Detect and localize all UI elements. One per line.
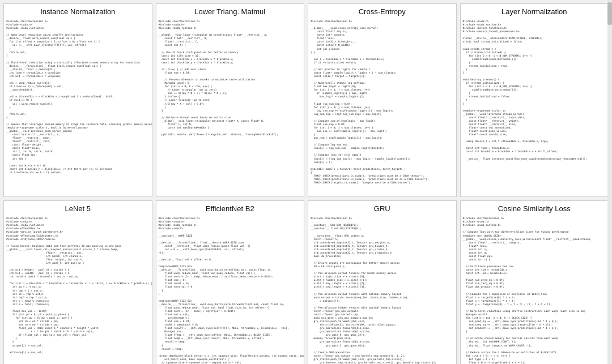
card-code-layer-normalization: #include <cuda.h> #include <cuda_runtime… — [461, 18, 609, 196]
card-title-lenet5: LeNet 5 — [4, 201, 152, 215]
card-cross-entropy: Cross-Entropy#include <torchExtension.h>… — [308, 3, 457, 197]
main-container: Instance Normalization#include <torchExt… — [0, 0, 612, 364]
card-title-instance-normalization: Instance Normalization — [4, 4, 152, 18]
card-lenet5: LeNet 5#include <torchExtension.h> #incl… — [3, 200, 152, 364]
card-gru: GRU#include <torchExtension.h> __constan… — [308, 200, 457, 364]
card-title-efficientnet-b2: EfficientNet B2 — [156, 201, 304, 215]
card-efficientnet-b2: EfficientNet B2#include <torchExtension.… — [156, 200, 305, 364]
card-title-layer-normalization: Layer Normalization — [461, 4, 609, 18]
scrollbar-thumb[interactable] — [607, 2, 612, 25]
cards-grid: Instance Normalization#include <torchExt… — [0, 0, 612, 364]
card-instance-normalization: Instance Normalization#include <torchExt… — [3, 3, 152, 197]
card-code-cosine-similarity-loss: #include <torchExtension.h> #include <cu… — [461, 215, 609, 364]
card-lower-triang-matmul: Lower Triang. Matmul#include <torchExten… — [156, 3, 305, 197]
card-title-cosine-similarity-loss: Cosine Similarity Loss — [461, 201, 609, 215]
card-title-lower-triang-matmul: Lower Triang. Matmul — [156, 4, 304, 18]
card-code-cross-entropy: #include <torchExtension.h> __global__ _… — [308, 18, 456, 196]
card-layer-normalization: Layer Normalization#include <cuda.h> #in… — [460, 3, 609, 197]
card-code-efficientnet-b2: #include <torchExtension.h> #include <cu… — [156, 215, 304, 364]
card-code-lower-triang-matmul: #include <torchExtension.h> #include <cu… — [156, 18, 304, 196]
card-code-instance-normalization: #include <torchExtension.h> #include <cu… — [4, 18, 152, 196]
card-code-gru: #include <torchExtension.h> __constant__… — [308, 215, 456, 364]
scrollbar-track[interactable] — [607, 0, 612, 364]
card-title-cross-entropy: Cross-Entropy — [308, 4, 456, 18]
card-title-gru: GRU — [308, 201, 456, 215]
card-code-lenet5: #include <torchExtension.h> #include <cu… — [4, 215, 152, 364]
card-cosine-similarity-loss: Cosine Similarity Loss#include <torchExt… — [460, 200, 609, 364]
